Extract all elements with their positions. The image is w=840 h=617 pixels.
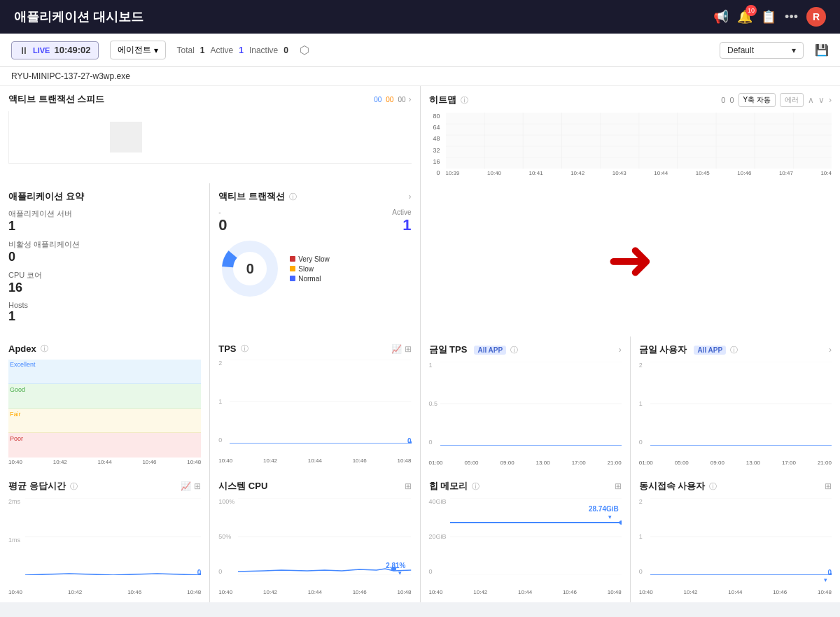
today-users-expand-icon[interactable]: ›: [829, 345, 832, 355]
concurrent-users-value: 0: [827, 569, 832, 576]
megaphone-icon[interactable]: 📢: [713, 9, 729, 24]
avg-response-title: 평균 응답시간: [8, 480, 66, 492]
today-users-info-icon[interactable]: ⓘ: [730, 345, 738, 355]
avg-response-chart: 2ms 1ms 0: [8, 498, 201, 589]
system-cpu-indicator: ▾: [398, 569, 402, 576]
poor-band: [8, 433, 201, 458]
heatmap-up-icon[interactable]: ∧: [808, 95, 814, 105]
tps-value: 0: [407, 437, 412, 445]
summary-item-1: 비활성 애플리케이션 0: [8, 239, 201, 264]
heatmap-down-icon[interactable]: ∨: [818, 95, 825, 105]
heap-memory-expand-icon[interactable]: ⊞: [615, 481, 622, 491]
concurrent-users-expand-icon[interactable]: ⊞: [825, 481, 832, 491]
summary-items: 애플리케이션 서버 1 비활성 애플리케이션 0 CPU 코어 16 Hosts…: [8, 208, 201, 324]
tps-info-icon[interactable]: ⓘ: [241, 343, 248, 354]
tps-header: TPS ⓘ 📈 ⊞: [218, 343, 411, 354]
apdex-x-1044: 10:44: [98, 459, 112, 465]
system-cpu-value: 2.81%: [386, 562, 405, 569]
tps-expand-icon[interactable]: ⊞: [405, 344, 412, 354]
x-label-1045: 10:45: [696, 170, 710, 176]
today-users-svg: [650, 362, 832, 446]
bell-icon[interactable]: 🔔 10: [737, 9, 752, 24]
x-label-1039: 10:39: [446, 170, 460, 176]
app-title: 애플리케이션 대시보드: [14, 8, 144, 25]
slow-dot: [290, 266, 295, 271]
apdex-x-1046: 10:46: [142, 459, 156, 465]
agent-button[interactable]: 에이전트 ▾: [110, 41, 166, 59]
apdex-x-1042: 10:42: [53, 459, 67, 465]
today-users-y-axis: 2 1 0: [639, 362, 643, 446]
system-cpu-title: 시스템 CPU: [218, 480, 267, 492]
avg-response-info-icon[interactable]: ⓘ: [70, 481, 78, 492]
heap-memory-info-icon[interactable]: ⓘ: [472, 481, 479, 492]
tps-title: TPS: [218, 343, 236, 354]
save-icon[interactable]: 💾: [815, 43, 829, 57]
header-icons: 📢 🔔 10 📋 ••• R: [713, 7, 826, 27]
heatmap-x-axis: 10:39 10:40 10:41 10:42 10:43 10:44 10:4…: [446, 170, 832, 176]
y-auto-button[interactable]: Y축 자동: [738, 93, 776, 107]
avg-response-y-axis: 2ms 1ms: [8, 498, 20, 575]
avg-response-expand-icon[interactable]: ⊞: [194, 481, 201, 491]
apdex-panel: Apdex ⓘ Excellent Good Fair Poor 10:40 1…: [0, 336, 209, 473]
concurrent-users-svg: [650, 498, 832, 575]
very-slow-dot: [290, 256, 295, 262]
donut-area: 0 Very Slow Slow Normal: [218, 237, 411, 300]
legend-very-slow: Very Slow: [290, 255, 411, 263]
tps-chart: 2 1 0 0: [218, 360, 411, 458]
row1: 액티브 트랜잭션 스피드 00 00 00 › 히트맵 ⓘ 0 0: [0, 86, 840, 183]
concurrent-users-header: 동시접속 사용자 ⓘ ⊞: [639, 480, 832, 492]
tps-line-icon[interactable]: 📈: [391, 344, 402, 354]
summary-item-3: Hosts 1: [8, 301, 201, 324]
speed-val2: 00: [386, 96, 393, 104]
good-label: Good: [10, 386, 25, 393]
pause-button[interactable]: ⏸: [19, 45, 29, 56]
summary-panel: 애플리케이션 요약 애플리케이션 서버 1 비활성 애플리케이션 0 CPU 코…: [0, 183, 209, 336]
today-tps-info-icon[interactable]: ⓘ: [510, 345, 518, 355]
apdex-title: Apdex: [8, 343, 36, 354]
arrow-panel: ➜: [421, 183, 841, 336]
normal-label: Normal: [298, 275, 321, 283]
user-avatar[interactable]: R: [806, 7, 826, 27]
system-cpu-expand-icon[interactable]: ⊞: [405, 481, 412, 491]
filter-icon[interactable]: ⬡: [300, 43, 309, 57]
today-tps-expand-icon[interactable]: ›: [619, 345, 622, 355]
today-tps-panel: 금일 TPS All APP ⓘ › 1 0.5 0 01:00 05:00 0…: [421, 336, 630, 473]
x-label-1047: 10:47: [779, 170, 793, 176]
row2-left: 애플리케이션 요약 애플리케이션 서버 1 비활성 애플리케이션 0 CPU 코…: [0, 183, 420, 336]
speed-panel-header: 액티브 트랜잭션 스피드 00 00 00 ›: [8, 93, 412, 106]
total-value: 1: [200, 45, 205, 55]
heatmap-next-icon[interactable]: ›: [829, 95, 832, 105]
today-users-x-axis: 01:00 05:00 09:00 13:00 17:00 21:00: [639, 460, 832, 466]
apdex-x-axis: 10:40 10:42 10:44 10:46 10:48: [8, 459, 201, 465]
system-cpu-chart: 100% 50% 0 2.81% ▾: [218, 498, 411, 589]
x-label-1043: 10:43: [612, 170, 626, 176]
error-button[interactable]: 에러: [780, 93, 804, 107]
more-icon[interactable]: •••: [785, 10, 798, 24]
today-tps-svg: [440, 362, 622, 446]
active-tx-zero: 0: [218, 216, 227, 234]
concurrent-users-info-icon[interactable]: ⓘ: [709, 481, 717, 492]
concurrent-users-indicator: ▾: [824, 576, 827, 583]
active-value: 1: [239, 45, 244, 55]
summary-header: 애플리케이션 요약: [8, 190, 201, 203]
heap-memory-panel: 힙 메모리 ⓘ ⊞ 40GiB 20GiB 0 28.74GiB ▾: [421, 473, 630, 602]
avg-response-panel: 평균 응답시간 ⓘ 📈 ⊞ 2ms 1ms 0: [0, 473, 209, 602]
active-tx-dash: -: [218, 208, 227, 216]
today-tps-header: 금일 TPS All APP ⓘ ›: [429, 343, 622, 356]
apdex-info-icon[interactable]: ⓘ: [41, 343, 48, 354]
summary-value-0: 1: [8, 219, 201, 234]
default-dropdown[interactable]: Default ▾: [720, 42, 804, 59]
clipboard-icon[interactable]: 📋: [761, 9, 776, 24]
fair-band: [8, 409, 201, 433]
active-tx-expand-icon[interactable]: ›: [409, 192, 412, 201]
expand-icon[interactable]: ›: [409, 94, 412, 104]
heatmap-info-icon[interactable]: ⓘ: [461, 95, 468, 106]
summary-label-0: 애플리케이션 서버: [8, 208, 201, 219]
today-users-title: 금일 사용자: [639, 343, 687, 356]
avg-response-line-icon[interactable]: 📈: [181, 481, 191, 491]
speed-val3: 00: [398, 96, 405, 104]
agent-name: RYU-MINIPC-137-27-w3wp.exe: [11, 71, 130, 81]
active-tx-info-icon[interactable]: ⓘ: [289, 192, 297, 202]
active-tx-header: 액티브 트랜잭션 ⓘ ›: [218, 190, 411, 203]
speed-panel: 액티브 트랜잭션 스피드 00 00 00 ›: [0, 86, 420, 183]
